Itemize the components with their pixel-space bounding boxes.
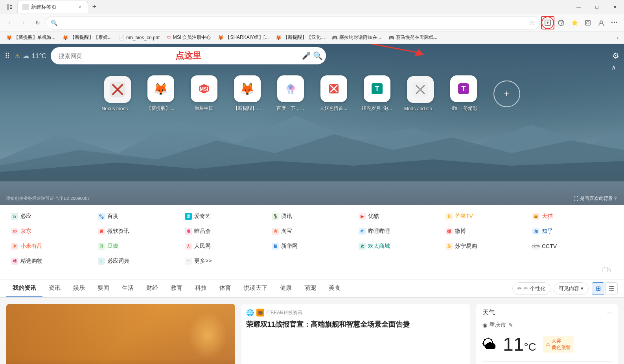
bg-question-text[interactable]: 是否喜欢此背景？ [580, 195, 618, 202]
tab-my-news[interactable]: 我的资讯 [6, 280, 42, 297]
quick-icon-baidu: 百度 [277, 75, 304, 102]
weather-more-button[interactable]: ··· [606, 309, 611, 316]
address-input[interactable] [61, 20, 526, 26]
link-baidu[interactable]: 🐾 百度 [96, 211, 180, 221]
link-more[interactable]: ⋯ 更多>> [183, 256, 267, 266]
quick-item-modsco[interactable]: Mods and Co... [403, 76, 438, 112]
news-title[interactable]: 荣耀双11战报官宣：高端旗舰和智慧全场景全面告捷 [246, 320, 466, 329]
microphone-icon[interactable]: 🎤 [302, 51, 311, 60]
quick-item-baidu[interactable]: 百度 百度一下，... [273, 75, 308, 112]
link-huantai[interactable]: 欢 欢太商城 [357, 241, 441, 251]
link-favicon-bingdict: b [98, 258, 105, 265]
tab-sports[interactable]: 体育 [213, 280, 237, 297]
bookmark-item-5[interactable]: 🦊 【SHARKAIY组】[... [215, 33, 272, 42]
tab-reading[interactable]: 悦读天下 [237, 280, 274, 297]
link-youku[interactable]: ▶ 优酷 [357, 211, 441, 221]
link-taobao[interactable]: 淘 淘宝 [270, 226, 354, 236]
extensions-button[interactable] [555, 16, 567, 29]
sidebar-toggle-button[interactable] [3, 1, 16, 13]
news-image[interactable] [6, 304, 235, 364]
link-bilibili[interactable]: 哔 哔哩哔哩 [357, 226, 441, 236]
bookmark-item-3[interactable]: 📄 mb_bios_cn.pdf [116, 34, 163, 41]
tab-food[interactable]: 美食 [322, 280, 347, 297]
link-cctv[interactable]: CCTV CCTV [531, 241, 615, 251]
bookmark-item-7[interactable]: 🎮 塞拉纳对话附加在... [329, 33, 384, 42]
search-button-icon[interactable]: 🔍 [313, 51, 323, 60]
favorites-button[interactable]: ⭐ [568, 16, 581, 29]
forward-button[interactable]: › [17, 16, 30, 29]
bookmarks-more[interactable]: › [615, 34, 621, 41]
tab-entertainment[interactable]: 娱乐 [67, 280, 91, 297]
maximize-button[interactable]: □ [588, 0, 606, 14]
link-msinfo[interactable]: 微 微软资讯 [96, 226, 180, 236]
svg-point-10 [600, 21, 602, 23]
refresh-button[interactable]: ↻ [31, 16, 44, 29]
collections-button[interactable] [541, 16, 554, 29]
bookmark-label: 赛马慢努在天际线... [396, 34, 438, 41]
quick-item-xinti1[interactable]: 🦊 【新提醒】... [143, 75, 179, 112]
tab-news[interactable]: 资讯 [42, 280, 67, 297]
list-view-button[interactable]: ☰ [605, 282, 618, 295]
bookmark-item-4[interactable]: 🛡 MSI 会员注册中心 [164, 33, 214, 42]
bookmark-item-8[interactable]: 🎮 赛马慢努在天际线... [385, 33, 441, 42]
quick-item-nexus[interactable]: Nexus mods ... [100, 76, 135, 112]
link-name-huantai: 欢太商城 [368, 243, 390, 250]
quick-item-add[interactable]: + [489, 80, 525, 107]
tab-finance[interactable]: 财经 [140, 280, 164, 297]
add-quick-button[interactable]: + [493, 80, 520, 107]
back-button[interactable]: ‹ [3, 16, 16, 29]
tab-health[interactable]: 健康 [274, 280, 298, 297]
link-suning[interactable]: 苏 苏宁易购 [444, 241, 528, 251]
favorites-icon[interactable]: ☆ [529, 19, 535, 26]
hero-search-input[interactable] [51, 47, 326, 64]
link-zhihu[interactable]: 知 知乎 [531, 226, 615, 236]
link-renmin[interactable]: 人 人民网 [183, 241, 267, 251]
bookmark-item-2[interactable]: 🦊 【新提醒】【泰姆... [59, 33, 115, 42]
bookmarks-bar: 🦊 【新提醒】单机游... 🦊 【新提醒】【泰姆... 📄 mb_bios_cn… [0, 31, 624, 44]
link-mangatv[interactable]: 芒 芒果TV [444, 211, 528, 221]
link-douban[interactable]: 豆 豆瓣 [96, 241, 180, 251]
link-jd[interactable]: JD 京东 [9, 226, 93, 236]
new-tab-button[interactable]: + [88, 1, 101, 13]
link-tianmao[interactable]: 🐱 天猫 [531, 211, 615, 221]
expand-icon[interactable]: ⛶ [574, 196, 578, 201]
quick-item-his[interactable]: T Hi's 一份精彩 [446, 75, 481, 112]
collections-side-button[interactable] [582, 16, 594, 29]
quick-item-xinti2[interactable]: 🦊 【新提醒】... [230, 75, 265, 112]
tab-life[interactable]: 生活 [116, 280, 140, 297]
link-bingdict[interactable]: b 必应词典 [96, 256, 180, 266]
link-bingying[interactable]: b 必应 [9, 211, 93, 221]
tab-education[interactable]: 教育 [164, 280, 189, 297]
more-button[interactable]: ··· [608, 16, 621, 29]
link-name-weibo: 微博 [455, 228, 466, 235]
link-aiqiyi[interactable]: 爱 爱奇艺 [183, 211, 267, 221]
bookmark-item-1[interactable]: 🦊 【新提醒】单机游... [3, 33, 59, 42]
link-weibo[interactable]: 微 微博 [444, 226, 528, 236]
quick-item-renyao[interactable]: 人妖色情首... [316, 75, 352, 112]
quick-item-tituo[interactable]: T 蹄跎岁月_泡... [359, 75, 395, 112]
quick-item-msi[interactable]: MSI 微星中国 [186, 75, 222, 112]
tab-tech[interactable]: 科技 [189, 280, 213, 297]
minimize-button[interactable]: — [570, 0, 588, 14]
active-tab[interactable]: 新建标签页 × [17, 1, 88, 13]
visible-content-button[interactable]: 可见内容 ▾ [554, 282, 589, 295]
personalize-button[interactable]: ✏ ✏ 个性化 [512, 282, 550, 295]
link-name-zhihu: 知乎 [542, 228, 553, 235]
tab-headlines[interactable]: 要闻 [91, 280, 116, 297]
link-name-bingdict: 必应词典 [107, 258, 129, 265]
edit-location-icon[interactable]: ✎ [508, 322, 513, 328]
link-tencent[interactable]: 🐧 腾讯 [270, 211, 354, 221]
link-jingxuan[interactable]: 精 精选购物 [9, 256, 93, 266]
grid-view-button[interactable]: ⊞ [592, 282, 604, 295]
tab-close-button[interactable]: × [77, 4, 83, 10]
tab-pets[interactable]: 萌宠 [298, 280, 322, 297]
bookmark-item-6[interactable]: 🦊 【新提醒】【汉化... [272, 33, 328, 42]
settings-icon[interactable]: ⚙ [612, 51, 619, 60]
grid-icon[interactable]: ⠿ [5, 51, 10, 60]
link-vip[interactable]: 唯 唯品会 [183, 226, 267, 236]
close-button[interactable]: ✕ [606, 0, 624, 14]
link-xiaomi[interactable]: 米 小米有品 [9, 241, 93, 251]
profile-button[interactable] [595, 16, 607, 29]
link-xinhua[interactable]: 新 新华网 [270, 241, 354, 251]
edit-icon: ✏ [517, 285, 522, 291]
